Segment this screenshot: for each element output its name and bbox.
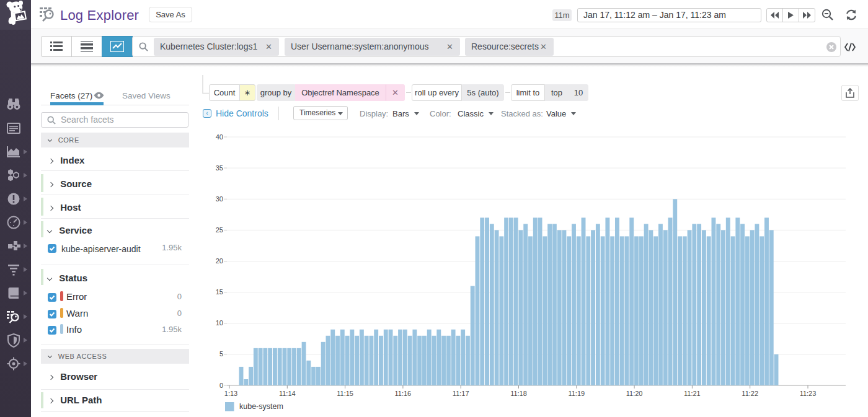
svg-text:40: 40 [216,133,223,141]
svg-text:11:14: 11:14 [279,390,296,397]
svg-text:11:21: 11:21 [684,390,701,397]
svg-text:30: 30 [216,195,223,203]
svg-text:1:13: 1:13 [224,390,237,397]
svg-text:11:18: 11:18 [510,390,527,397]
svg-text:11:15: 11:15 [337,390,353,397]
svg-text:15: 15 [216,288,223,296]
svg-text:kube-system: kube-system [239,402,283,411]
svg-text:11:23: 11:23 [800,390,817,397]
svg-text:10: 10 [216,319,223,327]
svg-text:11:20: 11:20 [626,390,643,397]
svg-text:0: 0 [219,382,223,389]
svg-text:20: 20 [216,257,223,265]
svg-text:11:17: 11:17 [453,390,469,397]
svg-text:11:19: 11:19 [568,390,585,397]
svg-text:11:16: 11:16 [395,390,412,397]
svg-text:35: 35 [216,164,223,172]
svg-text:11:22: 11:22 [742,390,758,397]
svg-text:25: 25 [216,226,223,234]
svg-text:5: 5 [219,350,223,358]
